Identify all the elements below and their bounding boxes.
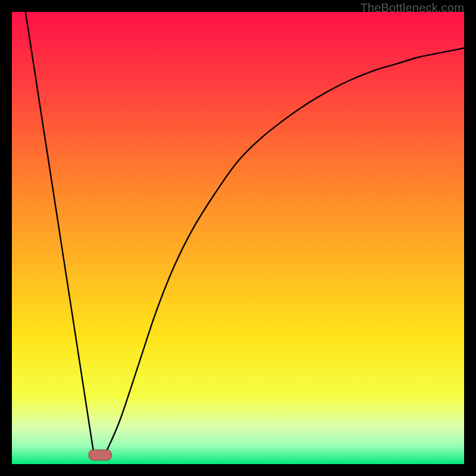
gradient-background xyxy=(12,12,464,464)
minimum-marker xyxy=(89,450,111,460)
chart-frame: TheBottleneck.com xyxy=(0,0,476,476)
plot-svg xyxy=(12,12,464,464)
plot-area xyxy=(12,12,464,464)
